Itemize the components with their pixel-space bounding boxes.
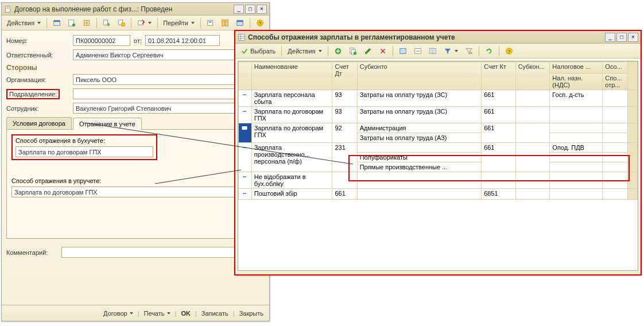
- table-row[interactable]: Зарплата по договорам ГПХ92Администрация…: [239, 123, 638, 133]
- minimize-button[interactable]: _: [234, 5, 244, 14]
- toolbar-2: Выбрать Действия ?: [235, 44, 641, 59]
- select-button[interactable]: Выбрать: [238, 45, 278, 57]
- scrollbar-gutter[interactable]: [627, 123, 637, 143]
- table-row[interactable]: Зарплата персонала сбыта93Затраты на опл…: [239, 90, 638, 107]
- svg-rect-20: [239, 34, 245, 40]
- document-icon: [4, 5, 12, 13]
- goto-menu[interactable]: Перейти: [160, 17, 197, 29]
- col-acc-dt[interactable]: Счет Дт: [332, 62, 357, 90]
- toolbar: Действия Перейти ?: [2, 15, 269, 30]
- tb2-icon-5[interactable]: [396, 45, 410, 57]
- actions-menu[interactable]: Действия: [4, 17, 44, 29]
- date-field[interactable]: 01.08.2014 12:00:01: [145, 35, 220, 46]
- scrollbar-gutter[interactable]: [627, 143, 637, 172]
- cell-subk: [515, 90, 550, 107]
- help-icon[interactable]: ?: [253, 17, 267, 29]
- col-tax[interactable]: Налоговое ...: [550, 62, 603, 73]
- cell-tax: [550, 133, 603, 143]
- col-acc-kt[interactable]: Счет Кт: [482, 62, 516, 90]
- cell-name: Зарплата по договорам ГПХ: [251, 107, 332, 123]
- cell-tax: [550, 162, 603, 172]
- cell-dt: 93: [332, 90, 357, 107]
- scrollbar-gutter[interactable]: [627, 90, 637, 107]
- tb-icon-5[interactable]: [114, 17, 128, 29]
- scrollbar-gutter[interactable]: [627, 189, 637, 200]
- edit-icon[interactable]: [361, 45, 375, 57]
- row-marker-icon: [239, 143, 252, 172]
- col-subconto[interactable]: Субконто: [357, 62, 481, 90]
- ok-button[interactable]: OK: [179, 309, 193, 318]
- svg-point-24: [353, 51, 356, 54]
- save-button[interactable]: Записать: [199, 309, 231, 318]
- cell-oso: [603, 162, 627, 172]
- close-button-2[interactable]: ×: [628, 33, 638, 42]
- scrollbar-gutter[interactable]: [627, 107, 637, 123]
- clear-filter-icon[interactable]: [462, 45, 476, 57]
- print-button[interactable]: Печать: [141, 309, 172, 318]
- table-row[interactable]: Поштовий збір6616851: [239, 189, 638, 200]
- refresh-icon[interactable]: [482, 45, 496, 57]
- col-oso[interactable]: Осо...: [603, 62, 627, 73]
- table-row[interactable]: Зарплата производственно... персонала (п…: [239, 143, 638, 153]
- method-bu-field[interactable]: Зарплата по договорам ГПХ: [15, 146, 153, 157]
- row-marker-icon: [239, 123, 252, 143]
- close-button-bottom[interactable]: Закрыть: [237, 309, 266, 318]
- tb-icon-6[interactable]: [134, 17, 154, 29]
- from-label: от:: [134, 37, 142, 44]
- scrollbar-gutter[interactable]: [627, 172, 637, 189]
- table-row[interactable]: Зарплата по договорам ГПХ93Затраты на оп…: [239, 107, 638, 123]
- cell-name: Зарплата персонала сбыта: [251, 90, 332, 107]
- tab-accounting[interactable]: Отражение в учете: [73, 118, 142, 130]
- chevron-down-icon: [455, 50, 458, 52]
- col-nal-nazn[interactable]: Нал. назн. (НДС): [550, 73, 603, 90]
- cell-tax: [550, 189, 603, 200]
- contract-window: Договор на выполнение работ с физ...: Пр…: [1, 2, 270, 321]
- cell-subconto: Затраты на оплату труда (АЗ): [357, 133, 481, 143]
- cell-kt: [482, 172, 516, 189]
- add-icon[interactable]: [331, 45, 345, 57]
- col-name[interactable]: Наименование: [251, 62, 332, 90]
- tb-icon-3[interactable]: [80, 17, 94, 29]
- svg-point-6: [72, 23, 75, 26]
- bottom-bar: Договор | Печать | OK | Записать | Закры…: [2, 305, 269, 321]
- tb-icon-7[interactable]: [203, 17, 217, 29]
- tb2-icon-6[interactable]: [411, 45, 425, 57]
- maximize-button-2[interactable]: □: [616, 33, 627, 42]
- cell-tax: [550, 172, 603, 189]
- cell-subk: [515, 189, 550, 200]
- col-spo[interactable]: Спо... отр...: [603, 73, 627, 90]
- help-icon-2[interactable]: ?: [502, 45, 516, 57]
- table-row[interactable]: Не відображати в бух.обліку: [239, 172, 638, 189]
- svg-rect-11: [138, 21, 143, 25]
- minimize-button-2[interactable]: _: [605, 33, 615, 42]
- cell-kt: 661: [482, 143, 516, 172]
- tb-icon-2[interactable]: [65, 17, 79, 29]
- maximize-button[interactable]: □: [245, 5, 255, 14]
- number-field[interactable]: ПК000000002: [73, 35, 130, 46]
- tb-icon-1[interactable]: [50, 17, 64, 29]
- cell-subconto: Затраты на оплату труда (ЗС): [357, 90, 481, 107]
- close-button[interactable]: ×: [257, 5, 267, 14]
- titlebar-2[interactable]: Способы отражения зарплаты в регламентир…: [235, 31, 641, 44]
- delete-icon[interactable]: [376, 45, 390, 57]
- tb2-icon-7[interactable]: [426, 45, 440, 57]
- data-grid[interactable]: Наименование Счет Дт Субконто Счет Кт Су…: [238, 61, 638, 271]
- cell-oso: [603, 189, 627, 200]
- filter-icon[interactable]: [441, 45, 461, 57]
- method-upr-field[interactable]: Зарплата по договорам ГПХ: [11, 187, 264, 197]
- svg-rect-14: [222, 20, 224, 26]
- tab-contract-terms[interactable]: Условия договора: [6, 117, 72, 129]
- cell-subconto: [357, 172, 481, 189]
- col-subkon[interactable]: Субкон...: [515, 62, 550, 90]
- cell-subconto: Полуфабрикаты: [357, 153, 481, 162]
- actions-menu-2[interactable]: Действия: [285, 45, 324, 57]
- copy-icon[interactable]: [346, 45, 360, 57]
- tb-icon-8[interactable]: [218, 17, 232, 29]
- tb-icon-4[interactable]: [99, 17, 113, 29]
- titlebar[interactable]: Договор на выполнение работ с физ...: Пр…: [2, 3, 269, 15]
- contract-button[interactable]: Договор: [101, 309, 135, 318]
- svg-rect-17: [237, 20, 243, 22]
- cell-subk: [515, 172, 550, 189]
- org-label: Организация:: [6, 76, 69, 83]
- tb-icon-9[interactable]: [233, 17, 247, 29]
